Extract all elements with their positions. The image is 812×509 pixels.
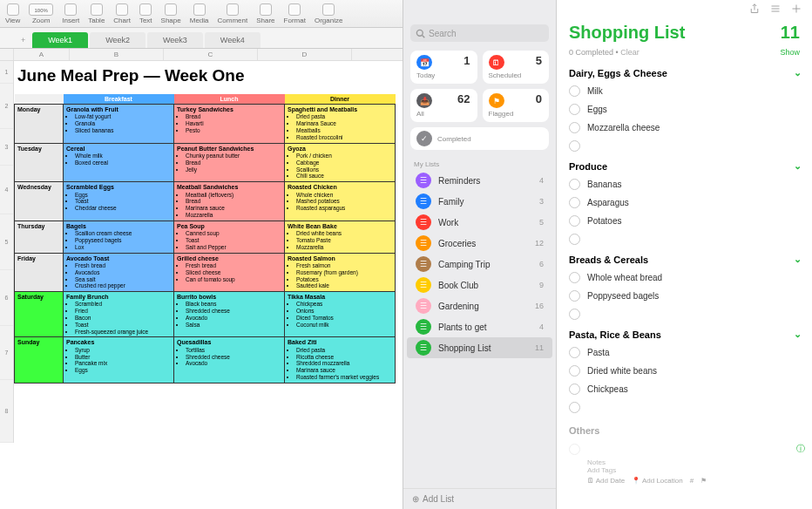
- meal-cell[interactable]: Roasted ChickenWhole chickenMashed potat…: [285, 182, 396, 221]
- show-button[interactable]: Show: [780, 48, 800, 57]
- smart-all[interactable]: 📥62All: [410, 89, 477, 122]
- col-B[interactable]: B: [70, 49, 164, 60]
- meal-cell[interactable]: Baked ZitiDried pastaRicotta cheeseShred…: [285, 337, 396, 383]
- reminder-item[interactable]: Potatoes: [569, 212, 805, 230]
- checkbox[interactable]: [569, 383, 580, 395]
- meal-cell[interactable]: White Bean BakeDried white beansTomato P…: [285, 221, 396, 253]
- add-date-button[interactable]: 🗓 Add Date: [587, 477, 625, 485]
- day-name[interactable]: Friday: [15, 253, 64, 292]
- search-input[interactable]: Search: [410, 24, 549, 42]
- tab-week4[interactable]: Week4: [205, 32, 261, 48]
- day-name[interactable]: Thursday: [15, 221, 64, 253]
- meal-cell[interactable]: GyozaPork / chickenCabbageScallionsChili…: [285, 143, 396, 182]
- tool-comment[interactable]: Comment: [218, 3, 248, 24]
- reminder-item[interactable]: Eggs: [569, 100, 805, 119]
- col-D[interactable]: D: [258, 49, 352, 60]
- checkbox[interactable]: [569, 197, 580, 208]
- list-item-shopping-list[interactable]: ☰Shopping List11: [407, 337, 552, 358]
- reminder-item[interactable]: Mozzarella cheese: [569, 119, 805, 137]
- checkbox[interactable]: [569, 85, 580, 97]
- meal-cell[interactable]: Avocado ToastFresh breadAvocadosSea salt…: [64, 253, 174, 292]
- checkbox[interactable]: [569, 179, 580, 190]
- tab-week1[interactable]: Week1: [32, 32, 88, 48]
- checkbox[interactable]: [569, 122, 580, 133]
- list-view-icon[interactable]: [770, 2, 781, 17]
- checkbox[interactable]: [569, 309, 580, 320]
- reminder-item[interactable]: Poppyseed bagels: [569, 287, 805, 305]
- tool-shape[interactable]: Shape: [161, 3, 181, 24]
- list-item-work[interactable]: ☰Work5: [407, 212, 552, 233]
- row-2[interactable]: 2: [0, 84, 13, 129]
- share-icon[interactable]: [749, 2, 760, 17]
- row-3[interactable]: 3: [0, 129, 13, 166]
- tool-media[interactable]: Media: [190, 3, 209, 24]
- checkbox[interactable]: [569, 104, 580, 115]
- tool-share[interactable]: Share: [256, 3, 274, 24]
- clear-button[interactable]: Clear: [620, 48, 639, 57]
- smart-today[interactable]: 📅1Today: [410, 51, 477, 84]
- list-item-reminders[interactable]: ☰Reminders4: [407, 170, 552, 191]
- tool-organize[interactable]: Organize: [315, 3, 342, 24]
- section-header[interactable]: Dairy, Eggs & Cheese⌄: [569, 62, 805, 82]
- meal-cell[interactable]: Turkey SandwichesBreadHavartiPesto: [174, 105, 285, 144]
- tool-insert[interactable]: Insert: [62, 3, 79, 24]
- checkbox[interactable]: [569, 290, 580, 302]
- meal-cell[interactable]: Granola with FruitLow-fat yogurtGranolaS…: [64, 105, 174, 144]
- meal-cell[interactable]: QuesadillasTortillasShredded cheeseAvoca…: [174, 337, 285, 383]
- checkbox[interactable]: [569, 444, 580, 455]
- row-7[interactable]: 7: [0, 326, 13, 380]
- section-header[interactable]: Breads & Cereals⌄: [569, 248, 805, 268]
- section-header[interactable]: Produce⌄: [569, 155, 805, 175]
- col-A[interactable]: A: [14, 49, 70, 60]
- list-item-book-club[interactable]: ☰Book Club9: [407, 275, 552, 295]
- row-8[interactable]: 8: [0, 380, 13, 443]
- section-others[interactable]: Others: [569, 417, 805, 439]
- checkbox[interactable]: [569, 402, 580, 413]
- meal-cell[interactable]: Family BrunchScrambledFriedBaconToastFre…: [64, 292, 174, 337]
- flag-button[interactable]: ⚑: [700, 477, 707, 485]
- add-reminder-icon[interactable]: [791, 2, 802, 17]
- tool-view[interactable]: View: [5, 3, 20, 24]
- meal-cell[interactable]: Peanut Butter SandwichesChunky peanut bu…: [174, 143, 285, 182]
- row-5[interactable]: 5: [0, 214, 13, 270]
- smart-scheduled[interactable]: 🗓5Scheduled: [483, 51, 550, 84]
- checkbox[interactable]: [569, 140, 580, 152]
- meal-cell[interactable]: Tikka MasalaChickpeasOnionsDiced Tomatos…: [285, 292, 396, 337]
- row-4[interactable]: 4: [0, 166, 13, 214]
- reminder-item[interactable]: Chickpeas: [569, 380, 805, 398]
- tool-chart[interactable]: Chart: [113, 3, 131, 24]
- day-name[interactable]: Tuesday: [15, 143, 64, 182]
- tags-field[interactable]: Add Tags: [569, 466, 805, 474]
- add-sheet-button[interactable]: +: [16, 32, 30, 48]
- info-icon[interactable]: ⓘ: [796, 443, 805, 455]
- meal-cell[interactable]: BagelsScallion cream cheesePoppyseed bag…: [64, 221, 174, 253]
- empty-item[interactable]: [569, 398, 805, 417]
- tab-week3[interactable]: Week3: [147, 32, 203, 48]
- tool-text[interactable]: Text: [139, 3, 152, 24]
- reminder-item[interactable]: Dried white beans: [569, 362, 805, 380]
- reminder-item[interactable]: Bananas: [569, 175, 805, 193]
- reminder-item[interactable]: Pasta: [569, 343, 805, 362]
- list-item-camping-trip[interactable]: ☰Camping Trip6: [407, 254, 552, 275]
- reminder-item[interactable]: Whole wheat bread: [569, 268, 805, 287]
- meal-cell[interactable]: Burrito bowlsBlack beansShredded cheeseA…: [174, 292, 285, 337]
- empty-item[interactable]: [569, 230, 805, 248]
- tab-week2[interactable]: Week2: [90, 32, 145, 48]
- day-name[interactable]: Monday: [15, 105, 64, 144]
- day-name[interactable]: Sunday: [15, 337, 64, 383]
- section-header[interactable]: Pasta, Rice & Beans⌄: [569, 323, 805, 343]
- day-name[interactable]: Saturday: [15, 292, 64, 337]
- tag-button[interactable]: #: [690, 477, 694, 485]
- meal-cell[interactable]: Grilled cheeseFresh breadSliced cheeseCa…: [174, 253, 285, 292]
- smart-flagged[interactable]: ⚑0Flagged: [483, 89, 550, 122]
- meal-cell[interactable]: CerealWhole milkBoxed cereal: [64, 143, 174, 182]
- checkbox[interactable]: [569, 234, 580, 245]
- list-item-family[interactable]: ☰Family3: [407, 191, 552, 212]
- row-6[interactable]: 6: [0, 270, 13, 326]
- tool-table[interactable]: Table: [88, 3, 105, 24]
- notes-field[interactable]: Notes: [569, 458, 805, 466]
- reminder-item[interactable]: Asparagus: [569, 193, 805, 212]
- meal-cell[interactable]: Meatball SandwichesMeatball (leftovers)B…: [174, 182, 285, 221]
- checkbox[interactable]: [569, 215, 580, 227]
- list-item-gardening[interactable]: ☰Gardening16: [407, 295, 552, 316]
